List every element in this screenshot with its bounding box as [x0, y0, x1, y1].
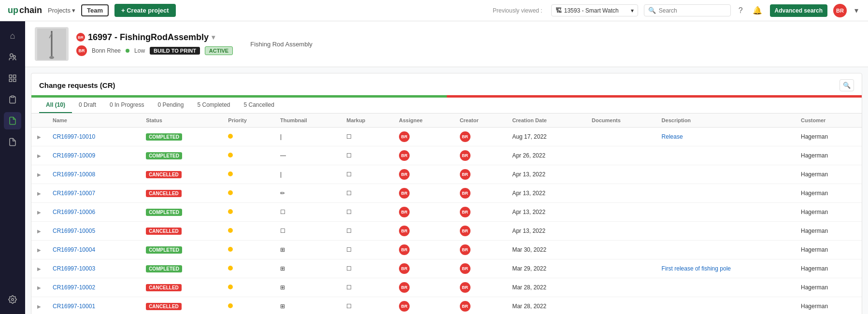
help-icon[interactable]: ?	[737, 5, 745, 16]
svg-rect-6	[11, 96, 14, 98]
row-expand-icon[interactable]: ▶	[37, 266, 41, 271]
row-expand-icon[interactable]: ▶	[37, 210, 41, 215]
tab-cancelled[interactable]: 5 Cancelled	[237, 98, 281, 113]
documents-cell	[586, 241, 656, 259]
cr-id-link[interactable]: CR16997-10007	[53, 190, 95, 197]
row-expand-icon[interactable]: ▶	[37, 304, 41, 309]
priority-dot	[228, 228, 233, 233]
cr-id-link[interactable]: CR16997-10009	[53, 152, 95, 159]
customer-cell: Hagerman	[795, 128, 862, 146]
status-badge: CANCELLED	[146, 228, 182, 235]
customer-cell: Hagerman	[795, 259, 862, 278]
tab-completed[interactable]: 5 Completed	[190, 98, 237, 113]
project-icon: 🏗	[555, 7, 562, 14]
customer-cell: Hagerman	[795, 184, 862, 203]
col-creator: Creator	[454, 114, 507, 128]
project-description: Fishing Rod Assembly	[250, 41, 313, 48]
tab-all[interactable]: All (10)	[39, 98, 72, 113]
assignee-avatar: BR	[399, 263, 410, 274]
cr-id-link[interactable]: CR16997-10008	[53, 171, 95, 178]
creator-avatar: BR	[460, 263, 470, 274]
description-cell	[656, 184, 795, 203]
chevron-down-icon: ▾	[72, 7, 75, 14]
table-row: ▶ CR16997-10003 COMPLETED ⊞ ☐ BR BR Mar …	[31, 259, 862, 278]
sidebar-clipboard-icon[interactable]	[4, 91, 21, 108]
svg-point-0	[10, 54, 13, 57]
tab-draft[interactable]: 0 Draft	[72, 98, 103, 113]
documents-cell	[586, 128, 656, 146]
cr-id-link[interactable]: CR16997-10003	[53, 265, 95, 272]
cr-id-link[interactable]: CR16997-10004	[53, 246, 95, 253]
cr-id-link[interactable]: CR16997-10002	[53, 284, 95, 291]
markup-cell: ☐	[341, 259, 393, 278]
svg-point-1	[14, 56, 16, 58]
search-box[interactable]: 🔍	[644, 4, 731, 16]
creation-date: Apr 13, 2022	[506, 184, 586, 203]
col-creation-date: Creation Date	[506, 114, 586, 128]
sidebar-file-icon[interactable]	[4, 133, 21, 151]
cr-id-link[interactable]: CR16997-10006	[53, 209, 95, 215]
thumbnail-cell: ☐	[274, 222, 341, 241]
sidebar-settings-icon[interactable]	[4, 291, 21, 308]
assignee-avatar: BR	[399, 226, 410, 236]
cr-id-link[interactable]: CR16997-10001	[53, 303, 95, 310]
sidebar-users-icon[interactable]	[4, 48, 21, 66]
customer-cell: Hagerman	[795, 222, 862, 241]
sidebar-grid-icon[interactable]	[4, 70, 21, 87]
cr-search-button[interactable]: 🔍	[840, 79, 854, 91]
cr-id-link[interactable]: CR16997-10010	[53, 133, 95, 140]
row-expand-icon[interactable]: ▶	[37, 228, 41, 234]
assignee-avatar: BR	[399, 188, 410, 199]
user-menu-chevron[interactable]: ▾	[853, 5, 860, 16]
projects-nav[interactable]: Projects ▾	[48, 7, 75, 14]
cr-section-title: Change requests (CR)	[39, 81, 115, 89]
priority-dot	[228, 209, 233, 214]
row-expand-icon[interactable]: ▶	[37, 172, 41, 177]
col-customer: Customer	[795, 114, 862, 128]
advanced-search-button[interactable]: Advanced search	[770, 4, 827, 17]
priority-dot	[228, 190, 233, 195]
search-input[interactable]	[659, 7, 717, 14]
previously-viewed-label: Previously viewed :	[493, 7, 542, 14]
tab-pending[interactable]: 0 Pending	[151, 98, 190, 113]
markup-cell: ☐	[341, 184, 393, 203]
creation-date: Mar 29, 2022	[506, 259, 586, 278]
status-badge: CANCELLED	[146, 284, 182, 291]
col-status: Status	[140, 114, 222, 128]
documents-cell	[586, 222, 656, 241]
markup-cell: ☐	[341, 297, 393, 314]
sidebar-home-icon[interactable]: ⌂	[4, 27, 21, 44]
logo: upchain	[8, 5, 42, 15]
creation-date: Mar 28, 2022	[506, 278, 586, 297]
creator-avatar: BR	[460, 282, 470, 293]
row-expand-icon[interactable]: ▶	[37, 153, 41, 158]
progress-red	[447, 95, 862, 98]
team-button[interactable]: Team	[81, 4, 109, 16]
row-expand-icon[interactable]: ▶	[37, 191, 41, 196]
documents-cell	[586, 165, 656, 184]
tab-in-progress[interactable]: 0 In Progress	[103, 98, 151, 113]
thumbnail-cell: |	[274, 128, 341, 146]
svg-point-7	[12, 299, 14, 301]
cr-id-link[interactable]: CR16997-10005	[53, 228, 95, 234]
table-row: ▶ CR16997-10002 CANCELLED ⊞ ☐ BR BR Mar …	[31, 278, 862, 297]
col-thumbnail: Thumbnail	[274, 114, 341, 128]
project-title-chevron[interactable]: ▾	[212, 33, 215, 41]
row-expand-icon[interactable]: ▶	[37, 247, 41, 253]
previously-viewed-select[interactable]: 🏗 13593 - Smart Watch ▾	[551, 4, 638, 16]
customer-cell: Hagerman	[795, 203, 862, 222]
bell-icon[interactable]: 🔔	[751, 5, 764, 16]
row-expand-icon[interactable]: ▶	[37, 134, 41, 140]
description-cell	[656, 146, 795, 165]
row-expand-icon[interactable]: ▶	[37, 285, 41, 290]
creator-avatar: BR	[460, 244, 470, 255]
sidebar-document-icon[interactable]	[4, 112, 21, 129]
svg-rect-3	[14, 75, 16, 77]
create-project-button[interactable]: + Create project	[114, 4, 176, 17]
thumbnail-cell: ✏	[274, 184, 341, 203]
creator-avatar: BR	[460, 169, 470, 180]
assignee-avatar: BR	[399, 282, 410, 293]
project-header: BR 16997 - FishingRodAssembly ▾ BR Bonn …	[25, 21, 868, 67]
user-avatar[interactable]: BR	[833, 4, 847, 17]
documents-cell	[586, 297, 656, 314]
